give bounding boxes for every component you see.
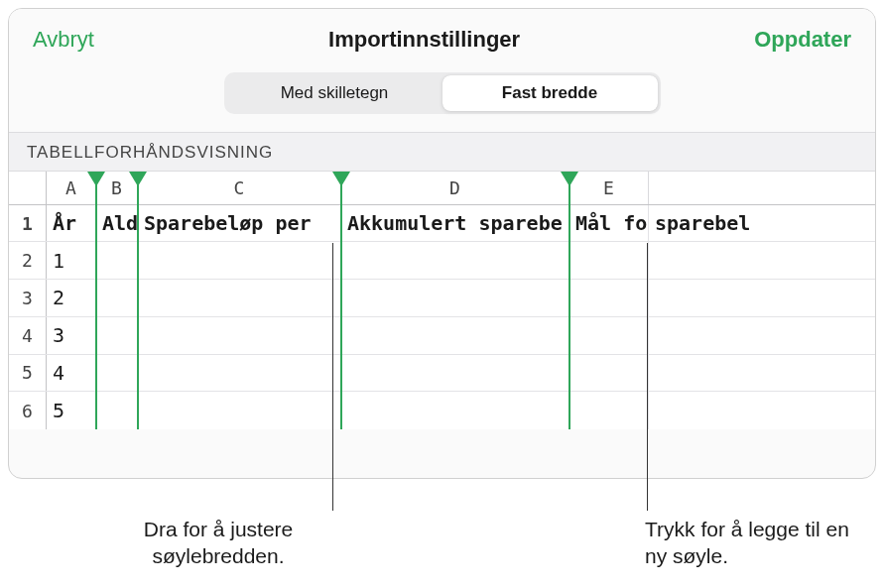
cell[interactable]: 1 (47, 242, 96, 279)
callout-leader-line (647, 243, 648, 511)
column-divider-handle[interactable] (129, 172, 147, 186)
table-row: 5 4 (9, 355, 875, 393)
cell[interactable] (138, 355, 341, 392)
table-row: 4 3 (9, 317, 875, 355)
cell[interactable] (341, 355, 569, 392)
column-letter: D (449, 177, 460, 198)
header-bar: Avbryt Importinnstillinger Oppdater (9, 9, 875, 72)
cell[interactable]: Sparebeløp per (138, 205, 341, 242)
column-header-row: A B C D E (9, 172, 875, 205)
table-row: 6 5 (9, 392, 875, 429)
cell[interactable] (341, 392, 569, 429)
column-letter: E (603, 177, 614, 198)
cell[interactable] (138, 392, 341, 429)
column-letter: C (234, 177, 245, 198)
cell[interactable] (569, 355, 649, 392)
cell[interactable] (569, 317, 649, 354)
update-button[interactable]: Oppdater (754, 27, 851, 53)
row-number[interactable]: 4 (9, 317, 47, 354)
callout-tap-text: Trykk for å legge til en ny søyle. (645, 516, 853, 570)
cancel-button[interactable]: Avbryt (33, 27, 94, 53)
row-number[interactable]: 5 (9, 355, 47, 392)
row-number[interactable]: 3 (9, 280, 47, 316)
table-preview-section-header: TABELLFORHÅNDSVISNING (9, 132, 875, 172)
cell[interactable] (569, 280, 649, 316)
cell[interactable] (96, 392, 138, 429)
cell[interactable] (138, 242, 341, 279)
rownum-gutter (9, 172, 47, 204)
row-number[interactable]: 1 (9, 205, 47, 242)
cell[interactable] (341, 317, 569, 354)
cell[interactable] (341, 280, 569, 316)
mode-segmented-control: Med skilletegn Fast bredde (224, 72, 661, 114)
cell[interactable]: 3 (47, 317, 96, 354)
column-divider-handle[interactable] (561, 172, 578, 186)
table-row: 2 1 (9, 242, 875, 280)
cell[interactable] (96, 242, 138, 279)
cell[interactable] (138, 280, 341, 316)
cell[interactable]: 5 (47, 392, 96, 429)
table-row: 3 2 (9, 280, 875, 317)
page-title: Importinnstillinger (328, 27, 520, 53)
cell[interactable]: 4 (47, 355, 96, 392)
cell[interactable] (96, 317, 138, 354)
row-number[interactable]: 2 (9, 242, 47, 279)
cell[interactable] (138, 317, 341, 354)
cell[interactable] (649, 280, 778, 316)
cell[interactable]: Ald (96, 205, 138, 242)
cell[interactable] (649, 317, 778, 354)
cell[interactable]: Mål for (569, 205, 649, 242)
table-preview: A B C D E 1 År Ald Spare (9, 172, 875, 429)
segment-fixed-width[interactable]: Fast bredde (442, 75, 658, 111)
callout-leader-line (332, 243, 333, 511)
cell[interactable]: Akkumulert sparebe (341, 205, 569, 242)
cell[interactable] (649, 242, 778, 279)
column-divider-handle[interactable] (87, 172, 105, 186)
cell[interactable] (649, 392, 778, 429)
table-row: 1 År Ald Sparebeløp per Akkumulert spare… (9, 205, 875, 243)
segmented-control-wrap: Med skilletegn Fast bredde (9, 72, 875, 132)
column-header-c[interactable]: C (138, 172, 341, 204)
column-letter: A (65, 177, 76, 198)
cell[interactable]: 2 (47, 280, 96, 316)
cell[interactable] (569, 242, 649, 279)
column-header-e[interactable]: E (569, 172, 649, 204)
cell[interactable] (649, 355, 778, 392)
cell[interactable]: År (47, 205, 96, 242)
column-divider-handle[interactable] (332, 172, 350, 186)
cell[interactable] (96, 355, 138, 392)
cell[interactable]: sparebel (649, 205, 778, 242)
column-letter: B (111, 177, 122, 198)
import-settings-window: Avbryt Importinnstillinger Oppdater Med … (8, 8, 876, 479)
cell[interactable] (569, 392, 649, 429)
row-number[interactable]: 6 (9, 392, 47, 429)
callout-drag-text: Dra for å justere søylebredden. (99, 516, 337, 570)
segment-delimited[interactable]: Med skilletegn (227, 75, 442, 111)
column-header-d[interactable]: D (341, 172, 569, 204)
cell[interactable] (96, 280, 138, 316)
cell[interactable] (341, 242, 569, 279)
column-header-trailing[interactable] (649, 172, 778, 204)
